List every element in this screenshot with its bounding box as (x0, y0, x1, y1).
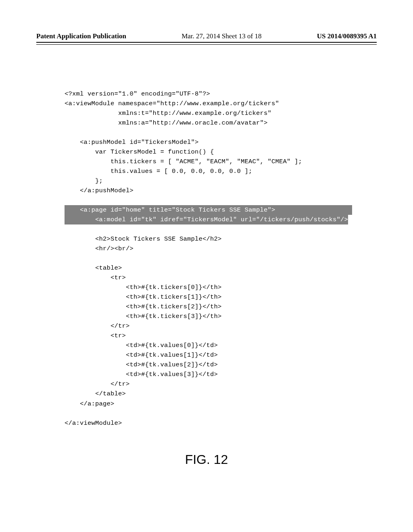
code-line: this.tickers = [ "ACME", "EACM", "MEAC",… (65, 158, 302, 165)
code-line: <h2>Stock Tickers SSE Sample</h2> (65, 235, 222, 243)
header-pub-number: US 2014/0089395 A1 (317, 32, 377, 40)
figure-label: FIG. 12 (36, 452, 377, 467)
code-line: <tr> (65, 274, 126, 281)
code-line: this.values = [ 0.0, 0.0, 0.0, 0.0 ]; (65, 168, 252, 175)
code-line: </tr> (65, 380, 130, 388)
code-line-highlight: <a:page id="home" title="Stock Tickers S… (65, 205, 352, 215)
header-rule (36, 44, 377, 45)
code-line: <tr> (65, 332, 126, 339)
code-line: xmlns:a="http://www.oracle.com/avatar"> (65, 119, 268, 127)
code-line: xmlns:t="http://www.example.org/tickers" (65, 110, 271, 117)
code-line: var TickersModel = function() { (65, 148, 214, 156)
code-line: <td>#{tk.values[3]}</td> (65, 371, 218, 378)
code-line-highlight: <a:model id="tk" idref="TickersModel" ur… (65, 215, 348, 224)
code-line: <td>#{tk.values[1]}</td> (65, 351, 218, 359)
code-line: <th>#{tk.tickers[0]}</th> (65, 284, 222, 291)
patent-page: Patent Application Publication Mar. 27, … (0, 0, 413, 532)
code-line: </a:page> (65, 400, 115, 407)
code-line: </table> (65, 390, 126, 397)
code-line: <a:pushModel id="TickersModel"> (65, 139, 199, 146)
code-line: </a:pushModel> (65, 187, 133, 194)
code-line: <th>#{tk.tickers[2]}</th> (65, 303, 222, 310)
code-line: <th>#{tk.tickers[1]}</th> (65, 293, 222, 301)
code-line: <th>#{tk.tickers[3]}</th> (65, 313, 222, 320)
code-line: </tr> (65, 322, 130, 330)
header-publication: Patent Application Publication (36, 32, 126, 40)
header-date-sheet: Mar. 27, 2014 Sheet 13 of 18 (181, 32, 261, 40)
code-line: <a:viewModule namespace="http://www.exam… (65, 100, 279, 107)
code-line: <td>#{tk.values[0]}</td> (65, 342, 218, 349)
code-line: <?xml version="1.0" encoding="UTF-8"?> (65, 90, 210, 98)
page-header: Patent Application Publication Mar. 27, … (36, 32, 377, 43)
code-line: </a:viewModule> (65, 420, 122, 427)
code-listing: <?xml version="1.0" encoding="UTF-8"?> <… (65, 89, 377, 428)
code-line: }; (65, 177, 103, 185)
code-line: <hr/><br/> (65, 245, 133, 252)
code-line: <table> (65, 264, 122, 272)
code-line: <td>#{tk.values[2]}</td> (65, 361, 218, 368)
